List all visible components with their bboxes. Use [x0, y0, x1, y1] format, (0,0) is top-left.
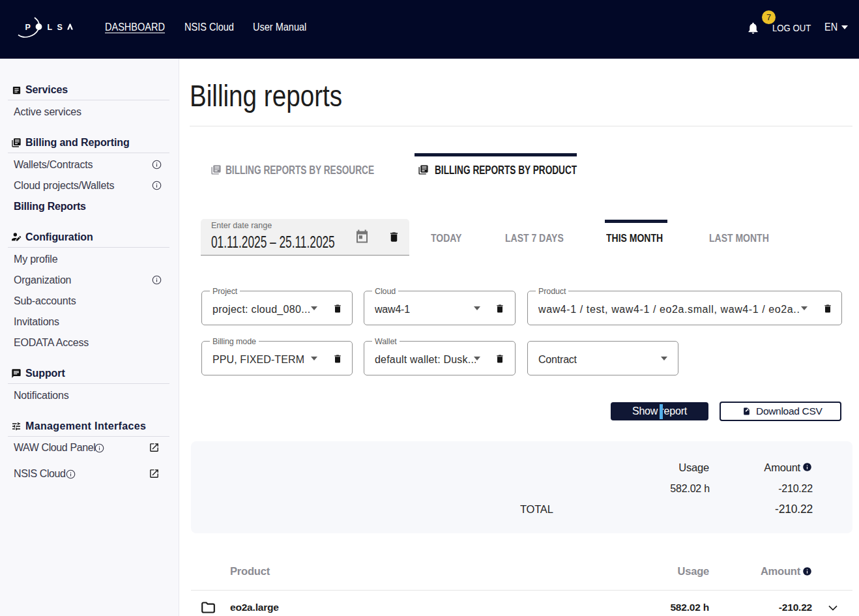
- svg-text:S: S: [57, 23, 63, 32]
- svg-text:P: P: [25, 23, 31, 32]
- svg-text:L: L: [48, 23, 53, 32]
